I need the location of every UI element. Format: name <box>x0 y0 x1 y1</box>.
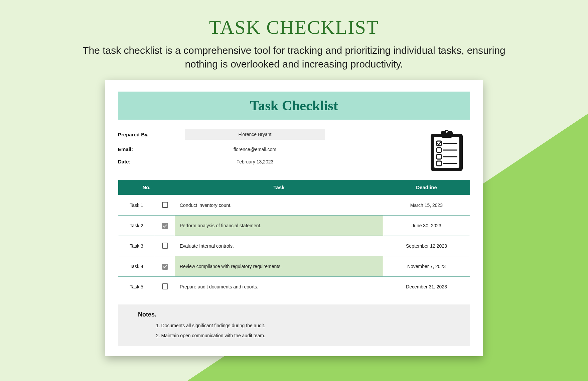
table-row: Task 1Conduct inventory count.March 15, … <box>118 195 470 216</box>
task-deadline: November 7, 2023 <box>383 256 470 277</box>
task-no: Task 4 <box>118 256 155 277</box>
task-description: Perform analysis of financial statement. <box>175 216 383 236</box>
notes-item: 2. Maintain open communication with the … <box>156 333 460 338</box>
task-checkbox-cell <box>155 195 175 216</box>
task-description-cell: Prepare audit documents and reports. <box>175 277 383 297</box>
col-header-deadline: Deadline <box>383 180 470 195</box>
col-header-no: No. <box>118 180 175 195</box>
task-checkbox-cell <box>155 216 175 236</box>
task-deadline: December 31, 2023 <box>383 277 470 297</box>
notes-item: 1. Documents all significant findings du… <box>156 323 460 328</box>
notes-section: Notes. 1. Documents all significant find… <box>118 304 470 346</box>
task-no: Task 2 <box>118 216 155 236</box>
task-description: Evaluate Internal controls. <box>175 236 383 256</box>
date-label: Date: <box>118 159 185 164</box>
card-banner-title: Task Checklist <box>118 98 470 114</box>
task-description-cell: Conduct inventory count. <box>175 195 383 216</box>
task-description-cell: Evaluate Internal controls. <box>175 236 383 256</box>
task-table: No. Task Deadline Task 1Conduct inventor… <box>118 180 470 297</box>
task-checkbox[interactable] <box>162 223 168 229</box>
task-checkbox[interactable] <box>162 283 168 289</box>
task-checkbox-cell <box>155 256 175 277</box>
task-deadline: September 12,2023 <box>383 236 470 256</box>
task-checkbox-cell <box>155 277 175 297</box>
task-deadline: June 30, 2023 <box>383 216 470 236</box>
checklist-card: Task Checklist Prepared By. Florence Bry… <box>105 80 483 356</box>
task-checkbox[interactable] <box>162 243 168 249</box>
task-description-cell: Perform analysis of financial statement. <box>175 216 383 236</box>
task-no: Task 3 <box>118 236 155 256</box>
table-row: Task 2Perform analysis of financial stat… <box>118 216 470 236</box>
meta-row-email: Email: florence@email.com <box>118 146 423 152</box>
table-row: Task 5Prepare audit documents and report… <box>118 277 470 297</box>
meta-block: Prepared By. Florence Bryant Email: flor… <box>118 129 470 172</box>
clipboard-icon <box>423 129 470 172</box>
task-checkbox[interactable] <box>162 264 168 270</box>
task-description: Conduct inventory count. <box>175 195 383 215</box>
table-row: Task 4Review compliance with regulatory … <box>118 256 470 277</box>
email-value: florence@email.com <box>185 147 325 152</box>
email-label: Email: <box>118 146 185 152</box>
task-deadline: March 15, 2023 <box>383 195 470 216</box>
svg-point-4 <box>446 131 448 133</box>
task-no: Task 1 <box>118 195 155 216</box>
meta-row-prepared-by: Prepared By. Florence Bryant <box>118 129 423 140</box>
page-subtitle: The task checklist is a comprehensive to… <box>70 44 518 71</box>
notes-title: Notes. <box>138 311 460 318</box>
notes-list: 1. Documents all significant findings du… <box>138 323 460 338</box>
task-checkbox[interactable] <box>162 202 168 208</box>
page-title: TASK CHECKLIST <box>0 0 588 38</box>
card-banner: Task Checklist <box>118 92 470 120</box>
task-description: Prepare audit documents and reports. <box>175 277 383 297</box>
task-description: Review compliance with regulatory requir… <box>175 256 383 276</box>
task-no: Task 5 <box>118 277 155 297</box>
task-description-cell: Review compliance with regulatory requir… <box>175 256 383 277</box>
date-value: February 13,2023 <box>185 159 325 164</box>
task-checkbox-cell <box>155 236 175 256</box>
meta-row-date: Date: February 13,2023 <box>118 159 423 164</box>
col-header-task: Task <box>175 180 383 195</box>
prepared-by-label: Prepared By. <box>118 132 185 137</box>
prepared-by-value: Florence Bryant <box>185 129 325 140</box>
table-row: Task 3Evaluate Internal controls.Septemb… <box>118 236 470 256</box>
